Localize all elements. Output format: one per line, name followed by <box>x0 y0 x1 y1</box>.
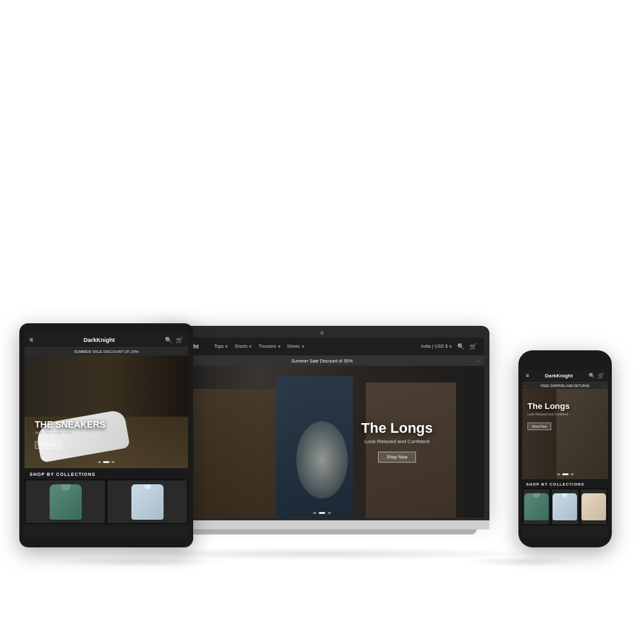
laptop-nav-trousers[interactable]: Trousers ∨ <box>258 344 280 349</box>
laptop-hero: The Longs Look Relaxed and Confident Sho… <box>160 366 484 518</box>
laptop-shop-now-button[interactable]: Shop Now <box>378 452 415 463</box>
tablet-dot-2[interactable] <box>103 461 109 463</box>
phone-hero: The Longs Look Relaxed and Confident Sho… <box>522 389 608 479</box>
laptop-hero-subtitle: Look Relaxed and Confident <box>361 439 433 445</box>
laptop-camera <box>320 331 324 335</box>
phone-hamburger-icon[interactable]: ≡ <box>526 373 529 379</box>
phone-navbar: ≡ DarkKnight 🔍 🛒 <box>522 370 608 383</box>
tablet-navbar: ≡ DarkKnight 🔍 🛒 <box>24 332 188 348</box>
laptop-hero-text: The Longs Look Relaxed and Confident Sho… <box>361 421 433 462</box>
phone-collections-grid <box>522 488 608 526</box>
figure-left <box>185 389 289 518</box>
hero-dot-2[interactable] <box>319 512 325 514</box>
sweater-image <box>50 484 82 520</box>
scene: DarkKnight Tops ∨ Shorts ∨ Trousers ∨ Sh… <box>13 58 631 586</box>
laptop-announcement-text: Summer Sale Discount of 50% <box>167 359 478 363</box>
laptop-nav-links: Tops ∨ Shorts ∨ Trousers ∨ Shoes ∨ <box>214 344 411 349</box>
tablet-shop-now-button[interactable]: Shop Now <box>35 441 61 449</box>
laptop-nav-right: India | USD $ ∨ 🔍 🛒 <box>421 343 477 350</box>
tablet-search-icon[interactable]: 🔍 <box>165 337 172 343</box>
tablet-hero: THE SNEAKERS Walk The Longs to go Shop N… <box>24 355 188 468</box>
tablet-collections-header: SHOP BY COLLECTIONS <box>24 468 188 479</box>
laptop-cart-icon[interactable]: 🛒 <box>469 343 477 350</box>
hero-dot-3[interactable] <box>328 512 331 514</box>
hero-dot-1[interactable] <box>313 512 316 514</box>
tablet-brand: DarkKnight <box>84 337 115 343</box>
laptop-device: DarkKnight Tops ∨ Shorts ∨ Trousers ∨ Sh… <box>155 326 489 535</box>
laptop-search-icon[interactable]: 🔍 <box>457 343 464 350</box>
laptop-currency[interactable]: India | USD $ ∨ <box>421 344 452 349</box>
phone-cart-icon[interactable]: 🛒 <box>598 373 604 379</box>
tablet-dot-3[interactable] <box>111 461 115 463</box>
phone-announcement-bar: ‹ FREE SHIPPING AND RETURNS › <box>522 383 608 389</box>
phone-announcement-text: FREE SHIPPING AND RETURNS <box>526 384 604 388</box>
phone-search-icon[interactable]: 🔍 <box>589 373 595 379</box>
laptop-nav-shoes[interactable]: Shoes ∨ <box>287 344 305 349</box>
laptop-announcement-bar: ‹ Summer Sale Discount of 50% › <box>160 355 484 366</box>
laptop-navbar: DarkKnight Tops ∨ Shorts ∨ Trousers ∨ Sh… <box>160 337 484 355</box>
tablet-collection-shirt[interactable] <box>108 480 187 523</box>
laptop-hero-title: The Longs <box>361 421 433 436</box>
tablet-hamburger-icon[interactable]: ≡ <box>30 336 33 343</box>
laptop-base <box>155 520 489 529</box>
phone-next-arrow[interactable]: › <box>604 384 605 388</box>
phone-dot-1[interactable] <box>557 473 560 475</box>
tablet-dot-1[interactable] <box>98 461 101 463</box>
tablet-body: ≡ DarkKnight 🔍 🛒 SUMMER SALE DISCOUNT OF… <box>19 323 193 547</box>
phone-collection-shirt[interactable] <box>552 489 578 524</box>
tablet-hero-title: THE SNEAKERS <box>35 420 106 430</box>
tablet-announcement-text: SUMMER SALE DISCOUNT OF 25% <box>74 350 138 354</box>
tablet-shadow <box>52 556 232 567</box>
tablet-cart-icon[interactable]: 🛒 <box>176 337 183 343</box>
tablet-announcement-bar: SUMMER SALE DISCOUNT OF 25% <box>24 348 188 355</box>
phone-status-bar <box>522 358 608 370</box>
phone-hero-dots <box>557 473 574 475</box>
phone-dot-3[interactable] <box>571 473 574 475</box>
phone-hero-subtitle: Look Relaxed and Confident <box>527 412 570 416</box>
tablet-screen: ≡ DarkKnight 🔍 🛒 SUMMER SALE DISCOUNT OF… <box>24 332 188 538</box>
tablet-collection-sweater[interactable] <box>26 480 105 523</box>
tablet-hero-dots <box>98 461 115 463</box>
phone-collection-sweater[interactable] <box>524 489 549 524</box>
phone-nav-icons: 🔍 🛒 <box>589 373 604 379</box>
tablet-device: ≡ DarkKnight 🔍 🛒 SUMMER SALE DISCOUNT OF… <box>19 323 193 547</box>
laptop-foot <box>167 529 477 535</box>
phone-third-image <box>582 493 606 520</box>
laptop-hero-dots <box>313 512 331 514</box>
phone-brand: DarkKnight <box>545 373 573 379</box>
tablet-nav-icons: 🔍 🛒 <box>165 337 183 343</box>
phone-shadow <box>464 556 580 567</box>
laptop-screen: DarkKnight Tops ∨ Shorts ∨ Trousers ∨ Sh… <box>160 337 484 518</box>
phone-shirt-image <box>553 493 577 520</box>
tablet-hero-subtitle: Walk The Longs to go <box>35 431 106 435</box>
phone-collections-title: SHOP BY COLLECTIONS <box>526 482 604 486</box>
phone-shop-now-button[interactable]: Shop Now <box>527 422 551 430</box>
laptop-nav-tops[interactable]: Tops ∨ <box>214 344 229 349</box>
phone-screen: ≡ DarkKnight 🔍 🛒 ‹ FREE SHIPPING AND RET… <box>522 358 608 538</box>
flower-element <box>296 421 348 498</box>
phone-body: ≡ DarkKnight 🔍 🛒 ‹ FREE SHIPPING AND RET… <box>518 350 612 547</box>
phone-hero-text: The Longs Look Relaxed and Confident Sho… <box>527 402 570 430</box>
tablet-collections-grid <box>24 479 188 524</box>
shirt-image <box>131 484 164 520</box>
phone-collection-third[interactable] <box>581 489 607 524</box>
phone-sweater-image <box>524 493 549 520</box>
laptop-next-arrow[interactable]: › <box>477 358 479 364</box>
phone-hero-title: The Longs <box>527 402 570 411</box>
phone-dot-2[interactable] <box>562 473 569 475</box>
phone-device: ≡ DarkKnight 🔍 🛒 ‹ FREE SHIPPING AND RET… <box>518 350 612 547</box>
laptop-hero-figures <box>160 366 484 518</box>
tablet-collections-title: SHOP BY COLLECTIONS <box>30 472 183 477</box>
laptop-nav-shorts[interactable]: Shorts ∨ <box>234 344 252 349</box>
phone-collections-header: SHOP BY COLLECTIONS <box>522 479 608 488</box>
tablet-hero-text: THE SNEAKERS Walk The Longs to go Shop N… <box>35 420 106 449</box>
